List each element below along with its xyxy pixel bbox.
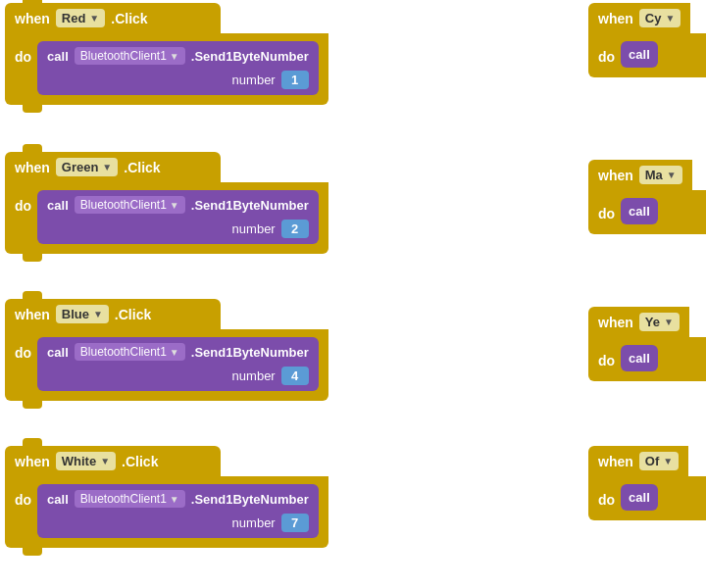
method-label-red-block: .Send1ByteNumber [191, 49, 309, 64]
call-block-white-block: call BluetoothClient1 ▼ .Send1ByteNumber… [37, 484, 319, 538]
call-label-right-cyan-block: call [629, 47, 650, 62]
call-block-red-block: call BluetoothClient1 ▼ .Send1ByteNumber… [37, 41, 319, 95]
ye-block: when Ye▼ do call [588, 307, 706, 381]
white-block: when White ▼ .Click do call BluetoothCli… [5, 446, 328, 548]
dropdown-arrow: ▼ [93, 309, 103, 319]
event-label-blue-block: .Click [115, 307, 151, 322]
when-label-right: when [598, 315, 633, 330]
button-pill-ma-block[interactable]: Ma▼ [639, 166, 682, 184]
component-pill-red-block[interactable]: BluetoothClient1 ▼ [75, 47, 185, 65]
number-label-red-block: number [232, 73, 276, 87]
dropdown-arrow-right: ▼ [665, 13, 675, 24]
when-label-right: when [598, 11, 633, 26]
event-label-red-block: .Click [111, 11, 147, 26]
do-block-of-block: do call [588, 476, 706, 520]
dropdown-arrow: ▼ [89, 13, 99, 24]
dropdown-arrow: ▼ [102, 162, 112, 172]
number-badge-green-block: 2 [281, 220, 309, 238]
call-label-right-ma-block: call [629, 204, 650, 219]
do-block-green-block: do call BluetoothClient1 ▼ .Send1ByteNum… [5, 182, 328, 254]
button-pill-ye-block[interactable]: Ye▼ [639, 313, 680, 331]
method-label-blue-block: .Send1ByteNumber [191, 345, 309, 360]
when-header-ma-block: when Ma▼ [588, 160, 692, 190]
dropdown-arrow-right: ▼ [664, 317, 674, 327]
dropdown-arrow-right: ▼ [663, 456, 673, 466]
do-label-ye-block: do [598, 345, 615, 368]
green-block: when Green ▼ .Click do call BluetoothCli… [5, 152, 328, 254]
method-label-white-block: .Send1ByteNumber [191, 492, 309, 507]
do-block-cyan-block: do call [588, 33, 706, 77]
number-badge-red-block: 1 [281, 71, 309, 89]
do-label-red-block: do [15, 41, 31, 65]
do-block-ma-block: do call [588, 190, 706, 234]
button-pill-blue-block[interactable]: Blue ▼ [56, 305, 109, 323]
do-block-ye-block: do call [588, 337, 706, 381]
component-arrow-red-block: ▼ [170, 51, 179, 62]
do-label-blue-block: do [15, 337, 31, 361]
component-pill-green-block[interactable]: BluetoothClient1 ▼ [75, 196, 185, 214]
do-label-cyan-block: do [598, 41, 615, 65]
when-label: when [15, 11, 50, 26]
call-block-green-block: call BluetoothClient1 ▼ .Send1ByteNumber… [37, 190, 319, 244]
button-pill-cyan-block[interactable]: Cy▼ [639, 9, 681, 27]
component-pill-blue-block[interactable]: BluetoothClient1 ▼ [75, 343, 185, 361]
when-header-cyan-block: when Cy▼ [588, 3, 690, 33]
do-label-white-block: do [15, 484, 31, 508]
component-pill-white-block[interactable]: BluetoothClient1 ▼ [75, 490, 185, 508]
event-label-green-block: .Click [124, 160, 160, 175]
component-arrow-green-block: ▼ [170, 200, 179, 211]
button-pill-red-block[interactable]: Red ▼ [56, 9, 105, 27]
call-label-right-ye-block: call [629, 351, 650, 366]
number-label-green-block: number [232, 221, 276, 236]
canvas: when Red ▼ .Click do call BluetoothClien… [0, 0, 706, 588]
button-pill-of-block[interactable]: Of▼ [639, 452, 679, 470]
when-label: when [15, 454, 50, 469]
do-label-of-block: do [598, 484, 615, 508]
call-label-green-block: call [47, 198, 69, 213]
event-label-white-block: .Click [122, 454, 158, 469]
button-pill-green-block[interactable]: Green ▼ [56, 158, 118, 176]
red-block: when Red ▼ .Click do call BluetoothClien… [5, 3, 328, 105]
when-label: when [15, 160, 50, 175]
call-label-blue-block: call [47, 345, 69, 360]
do-block-red-block: do call BluetoothClient1 ▼ .Send1ByteNum… [5, 33, 328, 105]
do-block-blue-block: do call BluetoothClient1 ▼ .Send1ByteNum… [5, 329, 328, 401]
call-label-red-block: call [47, 49, 69, 64]
number-badge-blue-block: 4 [281, 367, 309, 385]
component-arrow-blue-block: ▼ [170, 347, 179, 358]
number-label-blue-block: number [232, 368, 276, 383]
of-block: when Of▼ do call [588, 446, 706, 520]
when-header-red-block: when Red ▼ .Click [5, 3, 221, 33]
dropdown-arrow-right: ▼ [667, 170, 677, 180]
do-label-green-block: do [15, 190, 31, 214]
call-label-right-of-block: call [629, 490, 650, 505]
blue-block: when Blue ▼ .Click do call BluetoothClie… [5, 299, 328, 401]
when-label: when [15, 307, 50, 322]
number-badge-white-block: 7 [281, 514, 309, 532]
method-label-green-block: .Send1ByteNumber [191, 198, 309, 213]
call-label-white-block: call [47, 492, 69, 507]
when-header-blue-block: when Blue ▼ .Click [5, 299, 221, 329]
number-label-white-block: number [232, 515, 276, 530]
call-block-blue-block: call BluetoothClient1 ▼ .Send1ByteNumber… [37, 337, 319, 391]
ma-block: when Ma▼ do call [588, 160, 706, 234]
when-header-green-block: when Green ▼ .Click [5, 152, 221, 182]
when-header-ye-block: when Ye▼ [588, 307, 689, 337]
do-label-ma-block: do [598, 198, 615, 221]
dropdown-arrow: ▼ [100, 456, 110, 466]
button-pill-white-block[interactable]: White ▼ [56, 452, 116, 470]
when-label-right: when [598, 168, 633, 183]
when-header-of-block: when Of▼ [588, 446, 688, 476]
when-header-white-block: when White ▼ .Click [5, 446, 221, 476]
component-arrow-white-block: ▼ [170, 494, 179, 505]
do-block-white-block: do call BluetoothClient1 ▼ .Send1ByteNum… [5, 476, 328, 548]
when-label-right: when [598, 454, 633, 469]
cyan-block: when Cy▼ do call [588, 3, 706, 77]
